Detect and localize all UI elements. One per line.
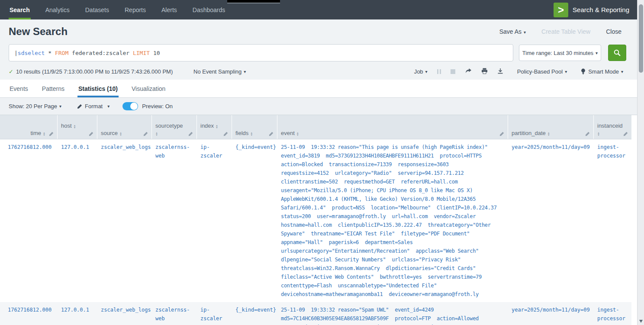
nav-item-alerts[interactable]: Alerts	[161, 0, 178, 19]
column-header-fields[interactable]: fields▲▼	[232, 115, 277, 139]
search-mode-dropdown[interactable]: Smart Mode▾	[581, 68, 623, 75]
sort-icon[interactable]: ▲▼	[155, 132, 158, 136]
edit-pencil-icon[interactable]	[89, 132, 93, 136]
caret-down-icon: ▾	[565, 69, 567, 74]
edit-pencil-icon[interactable]	[223, 132, 228, 136]
column-header-index[interactable]: index▲▼	[197, 115, 232, 139]
column-header-sourcetype[interactable]: sourcetype▲▼	[152, 115, 197, 139]
sort-icon[interactable]: ▲▼	[216, 125, 218, 129]
job-menu-button[interactable]: Job▾	[414, 68, 428, 75]
pause-button	[437, 69, 441, 74]
time-range-label: Time range: Last 30 minutes	[522, 50, 593, 56]
event-line: Safari/600.1.4" product=NSS location="Me…	[281, 203, 505, 212]
query-token: FROM	[55, 50, 68, 56]
event-line: appname="Hall" pagerisk=6 department=Sal…	[281, 238, 505, 247]
format-label: Format	[85, 103, 103, 109]
cell-source[interactable]: zscaler_web_logs	[97, 302, 152, 325]
cell-partition_date[interactable]: year=2025/month=11/day=09	[508, 139, 594, 302]
table-row: 1762716812.000127.0.0.1zscaler_web_logsz…	[0, 302, 631, 325]
tab-events[interactable]: Events	[9, 80, 29, 97]
cell-source[interactable]: zscaler_web_logs	[97, 139, 152, 302]
sort-icon[interactable]: ▲▼	[547, 132, 550, 136]
column-header-source[interactable]: source▲▼	[97, 115, 152, 139]
event-line: AppleWebKit/600.1.4 (KHTML, like Gecko) …	[281, 195, 505, 203]
scrollbar-thumb[interactable]	[639, 4, 643, 73]
column-label: instanceid	[597, 122, 623, 129]
nav-item-search[interactable]: Search	[9, 0, 31, 19]
event-line: dlpengine="Social Security Numbers" urlc…	[281, 255, 505, 264]
cell-instanceid[interactable]: ingest-processor	[594, 302, 631, 325]
nav-item-datasets[interactable]: Datasets	[84, 0, 110, 19]
print-button[interactable]	[481, 68, 488, 75]
nav-item-analytics[interactable]: Analytics	[45, 0, 71, 19]
edit-pencil-icon[interactable]	[188, 132, 193, 136]
sort-icon[interactable]: ▲▼	[296, 132, 299, 136]
cell-index[interactable]: ip-zscaler	[197, 302, 232, 325]
cell-fields[interactable]: {_kind=event}	[232, 302, 277, 325]
edit-pencil-icon[interactable]	[623, 132, 628, 136]
page-scrollbar[interactable]	[637, 0, 644, 325]
results-summary: ✓ 10 results (11/9/25 7:13:00.000 PM to …	[9, 64, 173, 80]
edit-pencil-icon[interactable]	[49, 132, 54, 136]
caret-down-icon: ▾	[425, 69, 428, 74]
column-header-partition_date[interactable]: partition_date▲▼	[508, 115, 594, 139]
time-range-picker[interactable]: Time range: Last 30 minutes▾	[519, 45, 601, 61]
column-header-time[interactable]: time▲▼	[0, 115, 58, 139]
export-button[interactable]	[497, 68, 503, 75]
app-brand[interactable]: > Search & Reporting	[554, 0, 629, 19]
query-token: LIMIT	[133, 50, 150, 56]
sort-icon[interactable]: ▲▼	[597, 132, 600, 136]
cell-time[interactable]: 1762716812.000	[0, 139, 58, 302]
column-header-event[interactable]: event▲▼	[277, 115, 508, 139]
cell-sourcetype[interactable]: zscalernss-web	[152, 302, 197, 325]
statistics-table: time▲▼host▲▼source▲▼sourcetype▲▼index▲▼f…	[0, 115, 631, 325]
search-query-input[interactable]: |sdselect * FROM federated:zscaler LIMIT…	[9, 44, 513, 61]
search-button[interactable]	[608, 45, 626, 61]
query-token: sdselect	[18, 50, 45, 56]
table-header-row: time▲▼host▲▼source▲▼sourcetype▲▼index▲▼f…	[0, 115, 631, 139]
event-line: threatclass=Win32.Ransom.WannaCry dlpdic…	[281, 264, 505, 273]
sort-icon[interactable]: ▲▼	[119, 132, 122, 136]
cell-event[interactable]: 25-11-09 19:33:32 reason="Spam UWL" even…	[277, 302, 508, 325]
edit-pencil-icon[interactable]	[269, 132, 274, 136]
splunk-logo-icon: >	[554, 3, 568, 17]
format-dropdown[interactable]: Format▾	[77, 103, 109, 109]
browser-artifact	[227, 0, 280, 3]
sort-icon[interactable]: ▲▼	[74, 125, 76, 129]
edit-pencil-icon[interactable]	[143, 132, 148, 136]
tab-visualization[interactable]: Visualization	[131, 80, 166, 97]
column-label: event	[281, 130, 295, 136]
cell-partition_date[interactable]: year=2025/month=11/day=09	[508, 302, 594, 325]
cell-host[interactable]: 127.0.0.1	[58, 139, 97, 302]
save-as-button[interactable]: Save As▾	[499, 28, 526, 35]
pool-dropdown[interactable]: Policy-Based Pool▾	[517, 68, 567, 75]
event-sampling-dropdown[interactable]: No Event Sampling▾	[193, 64, 246, 80]
preview-toggle[interactable]	[122, 102, 138, 110]
cell-fields[interactable]: {_kind=event}	[232, 139, 277, 302]
sort-icon[interactable]: ▲▼	[250, 132, 253, 136]
cell-host[interactable]: 127.0.0.1	[58, 302, 97, 325]
per-page-dropdown[interactable]: Show: 20 Per Page▾	[9, 103, 61, 109]
cell-time[interactable]: 1762716812.000	[0, 302, 58, 325]
nav-item-reports[interactable]: Reports	[124, 0, 147, 19]
nav-item-dashboards[interactable]: Dashboards	[192, 0, 226, 19]
scrollbar-down-arrow-icon[interactable]	[639, 320, 643, 323]
cell-sourcetype[interactable]: zscalernss-web	[152, 139, 197, 302]
share-button[interactable]	[465, 68, 472, 75]
edit-pencil-icon[interactable]	[499, 132, 504, 136]
close-button[interactable]: Close	[606, 28, 621, 35]
edit-pencil-icon[interactable]	[585, 132, 590, 136]
cell-instanceid[interactable]: ingest-processor	[594, 139, 631, 302]
event-line: useragent="Mozilla/5.0 (iPhone; CPU iPho…	[281, 186, 505, 195]
cell-event[interactable]: 25-11-09 19:33:32 reason="This page is u…	[277, 139, 508, 302]
column-header-instanceid[interactable]: instanceid▲▼	[594, 115, 631, 139]
logo-glyph: >	[558, 5, 564, 15]
cell-index[interactable]: ip-zscaler	[197, 139, 232, 302]
results-controls-bar: Show: 20 Per Page▾ Format▾ Preview: On	[0, 98, 637, 115]
event-line: Spyware" threatname="EICAR Test File" fi…	[281, 229, 505, 238]
column-header-host[interactable]: host▲▼	[58, 115, 97, 139]
sort-icon[interactable]: ▲▼	[43, 132, 45, 136]
tab-patterns[interactable]: Patterns	[41, 80, 65, 97]
save-as-label: Save As	[499, 28, 522, 35]
tab-statistics-10-[interactable]: Statistics (10)	[77, 80, 119, 97]
